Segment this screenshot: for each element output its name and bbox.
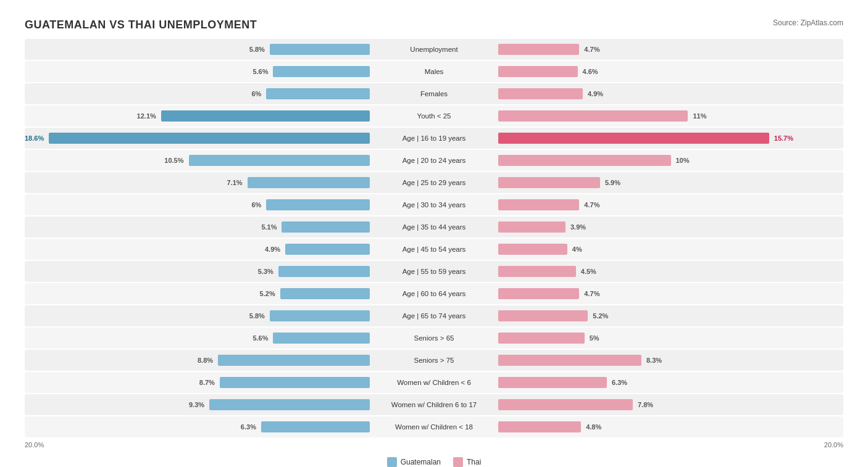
left-value: 5.6% [252,334,270,342]
right-value: 7.8% [635,401,653,408]
left-value: 9.3% [189,401,207,408]
half-left: 6.3% [25,421,372,432]
chart-row: 5.6% Seniors > 65 5% [25,328,843,349]
legend-guatemalan: Guatemalan [387,457,441,467]
bar-right [498,221,565,233]
half-left: 5.8% [25,44,372,55]
half-right: 4.5% [496,266,843,277]
half-right: 5% [496,333,843,344]
half-left: 8.7% [25,377,372,388]
half-center: Age | 60 to 64 years [372,290,496,298]
row-inner: 5.6% Males 4.6% [25,61,843,82]
chart-row: 5.8% Unemployment 4.7% [25,39,843,60]
chart-row: 8.8% Seniors > 75 8.3% [25,350,843,371]
row-label: Unemployment [410,46,457,54]
row-inner: 5.8% Unemployment 4.7% [25,39,843,60]
half-left: 10.5% [25,155,372,166]
left-value: 8.8% [198,357,215,364]
row-inner: 5.3% Age | 55 to 59 years 4.5% [25,261,843,282]
chart-row: 5.8% Age | 65 to 74 years 5.2% [25,305,843,326]
bar-left [278,266,370,277]
right-value: 4% [570,246,582,253]
row-inner: 6% Females 4.9% [25,83,843,104]
half-center: Age | 45 to 54 years [372,246,496,254]
chart-container: GUATEMALAN VS THAI UNEMPLOYMENT Source: … [12,12,856,467]
half-center: Seniors > 65 [372,334,496,342]
bar-left [273,66,370,77]
bar-right [498,377,607,388]
bar-left [270,44,370,55]
bar-left [280,288,370,299]
half-right: 11% [496,110,843,122]
half-center: Women w/ Children 6 to 17 [372,401,496,409]
left-value: 6.3% [241,423,259,431]
half-right: 4.7% [496,199,843,210]
row-inner: 8.8% Seniors > 75 8.3% [25,350,843,371]
bar-left [285,244,370,255]
chart-row: 10.5% Age | 20 to 24 years 10% [25,150,843,171]
bar-left [282,221,370,233]
row-label: Age | 65 to 74 years [403,312,466,320]
half-right: 5.2% [496,310,843,321]
row-label: Age | 55 to 59 years [403,268,466,276]
half-right: 3.9% [496,221,843,233]
row-label: Age | 25 to 29 years [403,179,466,187]
half-right: 10% [496,155,843,166]
half-right: 4.8% [496,421,843,432]
row-inner: 9.3% Women w/ Children 6 to 17 7.8% [25,394,843,415]
bar-left [266,88,370,99]
half-right: 4.9% [496,88,843,99]
half-center: Age | 30 to 34 years [372,201,496,209]
half-left: 5.6% [25,66,372,77]
row-label: Age | 45 to 54 years [403,246,466,254]
left-value: 10.5% [164,157,186,164]
half-left: 5.8% [25,310,372,321]
chart-legend: Guatemalan Thai [25,457,843,467]
bar-right [498,66,578,77]
legend-thai-label: Thai [467,458,481,466]
right-value: 6.3% [609,379,627,386]
bar-right [498,244,567,255]
right-value: 5.9% [603,179,620,186]
row-inner: 10.5% Age | 20 to 24 years 10% [25,150,843,171]
bar-left [220,377,370,388]
row-inner: 5.1% Age | 35 to 44 years 3.9% [25,217,843,238]
half-center: Females [372,90,496,98]
left-value: 8.7% [199,379,217,386]
bar-left [189,155,370,166]
bar-right [498,199,579,210]
right-value: 3.9% [568,223,586,231]
half-left: 18.6% [25,133,372,144]
bar-left [49,133,370,144]
right-value: 11% [690,112,706,120]
half-center: Age | 16 to 19 years [372,134,496,143]
row-inner: 4.9% Age | 45 to 54 years 4% [25,239,843,260]
half-left: 7.1% [25,177,372,188]
bar-right [498,266,576,277]
row-inner: 18.6% Age | 16 to 19 years 15.7% [25,128,843,149]
half-left: 9.3% [25,399,372,410]
chart-title: GUATEMALAN VS THAI UNEMPLOYMENT [25,19,257,31]
right-value: 4.6% [580,68,598,75]
axis-label-right: 20.0% [824,441,843,448]
legend-pink-box [453,457,463,467]
half-right: 6.3% [496,377,843,388]
row-inner: 5.2% Age | 60 to 64 years 4.7% [25,283,843,304]
left-value: 7.1% [227,179,244,186]
chart-row: 7.1% Age | 25 to 29 years 5.9% [25,172,843,193]
bar-right [498,310,588,321]
row-label: Women w/ Children < 6 [397,379,471,387]
half-center: Age | 65 to 74 years [372,312,496,320]
axis-label-left: 20.0% [25,441,44,448]
bar-left [161,110,370,122]
legend-guatemalan-label: Guatemalan [401,458,441,466]
row-label: Age | 30 to 34 years [403,201,466,209]
left-value: 6% [251,90,264,97]
bar-right [498,355,641,366]
bar-right [498,133,769,144]
row-label: Women w/ Children 6 to 17 [391,401,477,409]
bar-left [266,199,370,210]
left-value: 4.9% [265,246,283,253]
row-label: Males [425,68,444,76]
row-label: Females [420,90,448,98]
